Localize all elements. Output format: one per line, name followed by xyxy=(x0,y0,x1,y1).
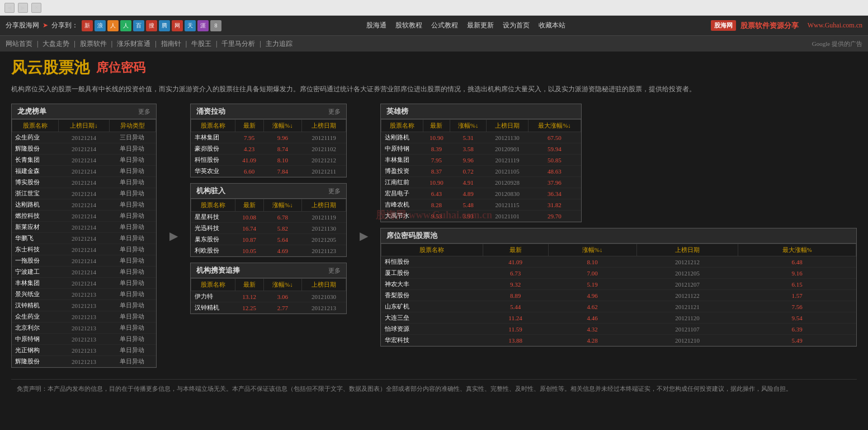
share-icon-ya[interactable]: 涯 xyxy=(197,20,209,31)
table-row[interactable]: 北京利尔 20121213 单日异动 xyxy=(12,322,156,334)
stock-name: 丰林集团 xyxy=(381,155,423,166)
yongzilado-panel: 涌资拉动 更多 股票名称 最新 涨幅%↓ 上榜日期 丰林集团 7.95 9.9 xyxy=(190,104,347,177)
forward-btn[interactable]: ▶ xyxy=(18,3,28,13)
table-row[interactable]: 江南红前 10.90 4.91 20120928 37.96 xyxy=(381,177,581,188)
table-row[interactable]: 浙江世宝 20121214 单日异动 xyxy=(12,188,156,199)
table-row[interactable]: 辉隆股份 20121214 单日异动 xyxy=(12,143,156,155)
lhb-col-date[interactable]: 上榜日期↓ xyxy=(58,120,109,132)
share-icon-tianya[interactable]: 天 xyxy=(185,20,196,31)
table-row[interactable]: 怡球资源 11.59 4.32 20121107 6.39 xyxy=(381,324,856,335)
jgzr-col-rise[interactable]: 涨幅%↓ xyxy=(263,199,302,212)
table-row[interactable]: 华宏科技 13.88 4.28 20121210 5.49 xyxy=(381,335,856,346)
table-row[interactable]: 巢东股份 10.87 5.64 20121205 xyxy=(191,234,346,245)
table-row[interactable]: 科恒股份 41.09 8.10 20121212 xyxy=(191,155,346,166)
back-btn[interactable]: ◀ xyxy=(4,3,15,13)
nav2-niostock[interactable]: 牛股王 xyxy=(191,39,211,49)
date: 20121214 xyxy=(60,188,108,199)
share-icon-sou[interactable]: 搜 xyxy=(146,20,157,31)
nav-tutorial[interactable]: 股软教程 xyxy=(395,21,422,30)
table-row[interactable]: 众生药业 20121214 三日异动 xyxy=(12,132,156,143)
jigouqianzui-more[interactable]: 更多 xyxy=(328,267,341,275)
table-row[interactable]: 光迅科技 16.74 5.82 20121130 xyxy=(191,223,346,234)
share-icon-8[interactable]: 8 xyxy=(210,20,221,31)
nav2-compass[interactable]: 指南针 xyxy=(161,39,181,49)
table-row[interactable]: 一拖股份 20121214 单日异动 xyxy=(12,255,156,267)
table-row[interactable]: 众生药业 20121213 单日异动 xyxy=(12,311,156,322)
table-row[interactable]: 香梨股份 8.89 4.96 20121122 1.57 xyxy=(381,290,856,301)
table-row[interactable]: 山东矿机 5.44 4.62 20121121 7.56 xyxy=(381,301,856,312)
table-row[interactable]: 华英农业 6.60 7.84 20121211 xyxy=(191,166,346,177)
table-row[interactable]: 厦工股份 6.73 7.00 20121205 9.16 xyxy=(381,268,856,279)
table-row[interactable]: 星星科技 10.08 6.78 20121119 xyxy=(191,212,346,223)
table-row[interactable]: 丰林集团 7.95 9.96 20121119 xyxy=(191,132,346,143)
nav2-zhangle[interactable]: 涨乐财富通 xyxy=(117,39,150,49)
share-icons: 新 浪 人 人 百 搜 腾 网 天 涯 8 xyxy=(82,20,221,31)
share-icon-tencent[interactable]: 腾 xyxy=(159,20,170,31)
yxb-col-rise[interactable]: 涨幅%↓ xyxy=(450,120,486,132)
table-row[interactable]: 神农大丰 9.32 5.19 20121207 6.15 xyxy=(381,279,856,290)
yingxiongbang-scroll[interactable]: 股票名称 最新 涨幅%↓ 上榜日期 最大涨幅%↓ 达刚路机 10.90 5.31… xyxy=(381,119,581,222)
close-btn[interactable]: ✕ xyxy=(31,3,41,13)
table-row[interactable]: 丰林集团 20121214 单日异动 xyxy=(12,278,156,289)
nav-guhaitung[interactable]: 股海通 xyxy=(366,21,386,30)
table-row[interactable]: 汉钟精机 12.25 2.77 20121213 xyxy=(191,302,346,314)
jigouzhuru-more[interactable]: 更多 xyxy=(328,187,341,195)
jgqz-col-rise[interactable]: 涨幅%↓ xyxy=(263,279,302,291)
stock-name: 众生药业 xyxy=(12,132,60,143)
yongzilado-more[interactable]: 更多 xyxy=(328,108,341,116)
table-row[interactable]: 达刚路机 10.90 5.31 20121130 67.50 xyxy=(381,132,581,143)
xwmm-col-rise[interactable]: 涨幅%↓ xyxy=(548,244,636,256)
yzl-col-rise[interactable]: 涨幅%↓ xyxy=(263,120,302,132)
nav-update[interactable]: 最新更新 xyxy=(467,21,494,30)
table-row[interactable]: 光正钢构 20121213 单日异动 xyxy=(12,345,156,356)
rise: 4.32 xyxy=(548,324,636,335)
table-row[interactable]: 大禹节水 9.53 3.93 20121101 29.70 xyxy=(381,211,581,222)
share-icon-wang[interactable]: 网 xyxy=(172,20,183,31)
browser-bar: ◀ ▶ ✕ xyxy=(0,0,868,16)
nav2-zhuli[interactable]: 主力追踪 xyxy=(266,39,293,49)
nav2-qianli[interactable]: 千里马分析 xyxy=(221,39,255,49)
yxb-col-max[interactable]: 最大涨幅%↓ xyxy=(528,120,581,132)
table-row[interactable]: 博盈投资 8.37 0.72 20121105 48.63 xyxy=(381,166,581,177)
table-row[interactable]: 东士科技 20121214 单日异动 xyxy=(12,244,156,255)
table-row[interactable]: 宁波建工 20121214 单日异动 xyxy=(12,267,156,278)
table-row[interactable]: 丰林集团 7.95 9.96 20121119 50.85 xyxy=(381,155,581,166)
table-row[interactable]: 中原特钢 20121213 单日异动 xyxy=(12,334,156,345)
nav-bookmark[interactable]: 收藏本站 xyxy=(539,21,565,30)
table-row[interactable]: 达刚路机 20121214 单日异动 xyxy=(12,199,156,211)
nav2-trend[interactable]: 大盘走势 xyxy=(43,39,69,49)
rise: 4.62 xyxy=(548,301,636,312)
table-row[interactable]: 博实股份 20121214 单日异动 xyxy=(12,177,156,188)
panels-row: 龙虎榜单 更多 股票名称 上榜日期↓ 异动类型 众生药业 20121214 三 xyxy=(11,104,857,368)
share-icon-baidu[interactable]: 百 xyxy=(133,20,144,31)
table-row[interactable]: 豪峁股份 4.23 8.74 20121102 xyxy=(191,143,346,155)
table-row[interactable]: 景兴纸业 20121213 单日异动 xyxy=(12,289,156,300)
share-icon-qq[interactable]: 浪 xyxy=(95,20,106,31)
share-icon-renren[interactable]: 人 xyxy=(107,20,119,31)
xiweimimapool-scroll[interactable]: 股票名称 最新 涨幅%↓ 上榜日期 最大涨幅% 科恒股份 41.09 8.10 … xyxy=(381,244,856,346)
second-nav: 网站首页 | 大盘走势 | 股票软件 | 涨乐财富通 | 指南针 | 牛股王 |… xyxy=(0,36,868,52)
table-row[interactable]: 科恒股份 41.09 8.10 20121212 6.48 xyxy=(381,256,856,268)
table-row[interactable]: 福建金森 20121214 单日异动 xyxy=(12,166,156,177)
table-row[interactable]: 中原特钢 8.39 3.58 20120901 59.94 xyxy=(381,143,581,155)
longhubang-more[interactable]: 更多 xyxy=(138,108,150,116)
date: 20121214 xyxy=(60,255,108,267)
nav2-home[interactable]: 网站首页 xyxy=(6,39,32,49)
table-row[interactable]: 宏昌电子 6.43 4.89 20120830 36.34 xyxy=(381,188,581,199)
share-icon-sina[interactable]: 新 xyxy=(82,20,93,31)
table-row[interactable]: 吉峰农机 8.28 5.48 20121115 31.82 xyxy=(381,199,581,211)
longhubang-scroll[interactable]: 众生药业 20121214 三日异动 辉隆股份 20121214 单日异动 长青… xyxy=(12,132,156,367)
nav2-software[interactable]: 股票软件 xyxy=(80,39,107,49)
table-row[interactable]: 汉钟精机 20121213 单日异动 xyxy=(12,300,156,311)
table-row[interactable]: 伊力特 13.12 3.06 20121030 xyxy=(191,291,346,302)
table-row[interactable]: 燃控科技 20121214 单日异动 xyxy=(12,211,156,222)
table-row[interactable]: 大连三垒 11.24 4.46 20121120 9.54 xyxy=(381,312,856,324)
nav-homepage[interactable]: 设为首页 xyxy=(503,21,530,30)
table-row[interactable]: 辉隆股份 20121213 单日异动 xyxy=(12,356,156,367)
share-icon-renren2[interactable]: 人 xyxy=(120,20,131,31)
table-row[interactable]: 华鹏飞 20121214 单日异动 xyxy=(12,233,156,244)
table-row[interactable]: 新莱应材 20121214 单日异动 xyxy=(12,222,156,233)
table-row[interactable]: 长青集团 20121214 单日异动 xyxy=(12,155,156,166)
nav-formula[interactable]: 公式教程 xyxy=(431,21,458,30)
table-row[interactable]: 利欧股份 10.05 4.69 20121123 xyxy=(191,245,346,256)
